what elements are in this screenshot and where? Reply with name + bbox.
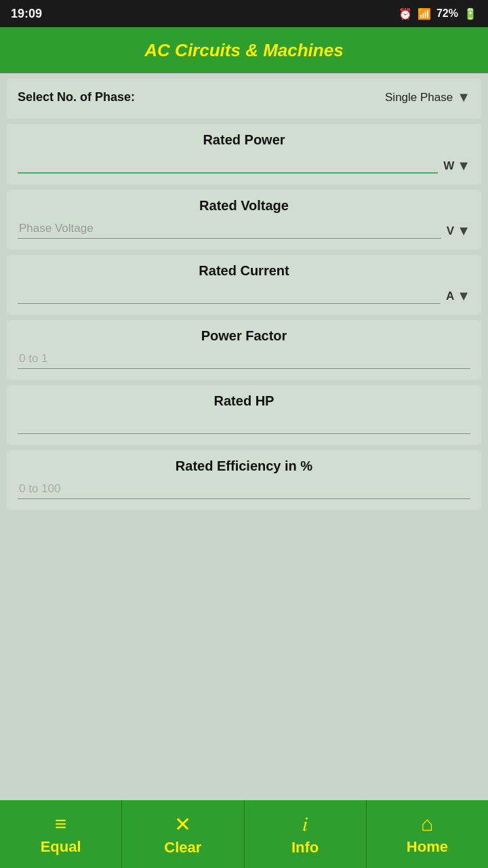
- equal-button[interactable]: ≡ Equal: [0, 800, 122, 868]
- clear-label: Clear: [164, 839, 201, 856]
- bottom-nav: ≡ Equal ✕ Clear 𝑖 Info ⌂ Home: [0, 800, 488, 868]
- status-icons: ⏰ 📶 72% 🔋: [399, 7, 477, 20]
- rated-efficiency-card: Rated Efficiency in %: [7, 450, 481, 510]
- rated-power-input[interactable]: [18, 153, 438, 174]
- alarm-icon: ⏰: [399, 7, 412, 20]
- phase-selector-label: Select No. of Phase:: [18, 90, 135, 104]
- rated-hp-card: Rated HP: [7, 385, 481, 445]
- status-time: 19:09: [11, 7, 42, 21]
- signal-icon: 📶: [418, 7, 431, 20]
- home-label: Home: [407, 838, 448, 856]
- rated-current-card: Rated Current A ▼: [7, 255, 481, 315]
- rated-power-unit-row[interactable]: W ▼: [443, 158, 470, 174]
- rated-hp-input[interactable]: [18, 414, 470, 434]
- rated-power-card: Rated Power W ▼: [7, 124, 481, 184]
- clear-button[interactable]: ✕ Clear: [122, 800, 244, 868]
- info-label: Info: [291, 839, 319, 856]
- rated-power-unit-dropdown: ▼: [457, 158, 470, 174]
- rated-voltage-unit: V: [447, 224, 454, 238]
- phase-dropdown[interactable]: Single Phase ▼: [385, 90, 470, 105]
- equal-label: Equal: [41, 838, 81, 856]
- rated-current-unit: A: [446, 290, 454, 303]
- status-bar: 19:09 ⏰ 📶 72% 🔋: [0, 0, 488, 27]
- rated-hp-title: Rated HP: [18, 393, 470, 409]
- home-button[interactable]: ⌂ Home: [367, 800, 488, 868]
- app-title: AC Circuits & Machines: [144, 40, 343, 61]
- rated-current-unit-dropdown: ▼: [457, 288, 470, 304]
- rated-current-unit-row[interactable]: A ▼: [446, 288, 470, 304]
- rated-current-input[interactable]: [18, 284, 441, 304]
- rated-voltage-unit-dropdown: ▼: [457, 223, 470, 239]
- phase-selector-card: Select No. of Phase: Single Phase ▼: [7, 79, 481, 119]
- phase-value: Single Phase: [385, 91, 453, 104]
- main-content: Select No. of Phase: Single Phase ▼ Rate…: [0, 73, 488, 800]
- power-factor-title: Power Factor: [18, 328, 470, 344]
- rated-power-title: Rated Power: [18, 132, 470, 148]
- equal-icon: ≡: [55, 812, 67, 835]
- home-icon: ⌂: [421, 812, 433, 835]
- rated-efficiency-title: Rated Efficiency in %: [18, 458, 470, 474]
- app-header: AC Circuits & Machines: [0, 27, 488, 73]
- rated-voltage-card: Rated Voltage V ▼: [7, 190, 481, 250]
- rated-voltage-title: Rated Voltage: [18, 198, 470, 214]
- battery-icon: 🔋: [464, 7, 477, 20]
- battery-label: 72%: [436, 7, 458, 20]
- rated-voltage-input[interactable]: [18, 219, 441, 239]
- power-factor-input[interactable]: [18, 349, 470, 369]
- rated-current-title: Rated Current: [18, 263, 470, 279]
- phase-dropdown-arrow: ▼: [457, 90, 470, 105]
- rated-voltage-unit-row[interactable]: V ▼: [447, 223, 470, 239]
- power-factor-card: Power Factor: [7, 320, 481, 380]
- info-icon: 𝑖: [302, 812, 308, 836]
- rated-power-unit: W: [443, 159, 454, 173]
- clear-icon: ✕: [174, 812, 191, 836]
- rated-efficiency-input[interactable]: [18, 479, 470, 499]
- info-button[interactable]: 𝑖 Info: [245, 800, 367, 868]
